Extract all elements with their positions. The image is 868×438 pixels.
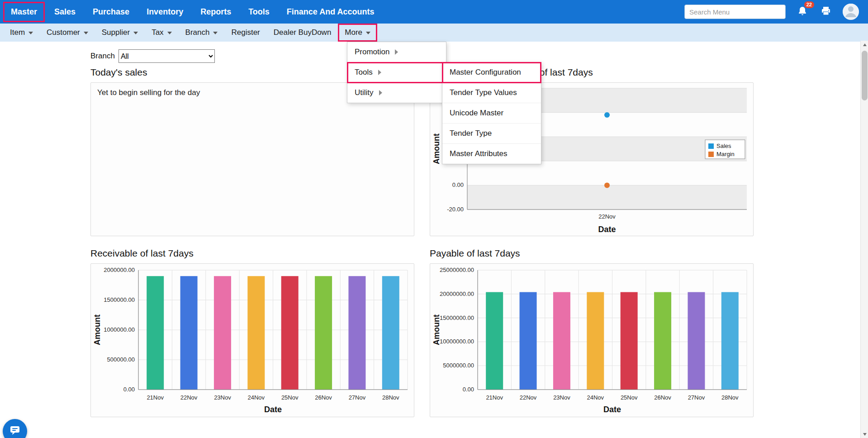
topnav-item-tools[interactable]: Tools	[242, 3, 276, 21]
submenu-arrow-icon	[379, 90, 382, 95]
submenu-arrow-icon	[378, 70, 381, 75]
notifications-button[interactable]: 22	[796, 5, 809, 19]
payable-title: Payable of last 7days	[430, 248, 754, 259]
svg-text:25Nov: 25Nov	[281, 394, 299, 401]
menu-item-label: Master Attributes	[450, 149, 508, 158]
subnav-items: ItemCustomerSupplierTaxBranchRegisterDea…	[5, 25, 376, 40]
receivable-section: Receivable of last 7days 0.00500000.0010…	[90, 245, 415, 417]
menu-item-tender-type[interactable]: Tender Type	[442, 124, 541, 144]
branch-filter: Branch All	[90, 49, 868, 63]
svg-text:Amount: Amount	[93, 314, 102, 345]
subnav-item-label: Customer	[47, 28, 80, 37]
svg-text:21Nov: 21Nov	[147, 394, 164, 401]
svg-text:500000.00: 500000.00	[107, 356, 135, 363]
menu-item-tender-type-values[interactable]: Tender Type Values	[442, 83, 541, 103]
svg-text:2000000.00: 2000000.00	[104, 267, 135, 273]
branch-label: Branch	[90, 52, 115, 61]
svg-text:22Nov: 22Nov	[180, 394, 198, 401]
scroll-up-button[interactable]	[861, 41, 868, 48]
svg-text:22Nov: 22Nov	[520, 394, 537, 401]
subnav-item-label: Branch	[185, 28, 210, 37]
today-sales-empty-message: Yet to begin selling for the day	[97, 88, 200, 97]
svg-text:23Nov: 23Nov	[553, 394, 570, 401]
subnav-item-item[interactable]: Item	[5, 25, 38, 40]
scroll-up-icon	[863, 43, 867, 46]
subnav-item-supplier[interactable]: Supplier	[96, 25, 143, 40]
svg-text:20000000.00: 20000000.00	[440, 290, 474, 297]
vertical-scrollbar	[860, 41, 868, 438]
print-button[interactable]	[819, 5, 833, 19]
svg-text:-20.00: -20.00	[447, 206, 464, 213]
menu-item-label: Unicode Master	[450, 109, 503, 118]
subnav-item-label: Item	[10, 28, 25, 37]
topnav-item-reports[interactable]: Reports	[194, 3, 237, 21]
branch-select[interactable]: All	[119, 49, 215, 63]
svg-text:15000000.00: 15000000.00	[440, 314, 474, 321]
topnav-items: MasterSalesPurchaseInventoryReportsTools…	[5, 3, 381, 21]
topnav-item-inventory[interactable]: Inventory	[140, 3, 190, 21]
subnav-item-label: Tax	[152, 28, 163, 37]
chevron-down-icon	[133, 32, 138, 34]
menu-item-unicode-master[interactable]: Unicode Master	[442, 103, 541, 124]
svg-text:0.00: 0.00	[463, 386, 474, 393]
svg-text:1000000.00: 1000000.00	[104, 326, 135, 333]
subnav-item-branch[interactable]: Branch	[180, 25, 223, 40]
topnav-item-finance-and-accounts[interactable]: Finance And Accounts	[280, 3, 381, 21]
payable-chart: 0.005000000.0010000000.0015000000.002000…	[430, 264, 754, 417]
svg-text:23Nov: 23Nov	[214, 394, 231, 401]
subnav-item-label: Supplier	[102, 28, 130, 37]
svg-text:27Nov: 27Nov	[688, 394, 705, 401]
svg-text:Sales: Sales	[716, 143, 731, 149]
menu-item-promotion[interactable]: Promotion	[347, 42, 446, 62]
subnav-item-register[interactable]: Register	[226, 25, 265, 40]
today-sales-card: Yet to begin selling for the day	[90, 82, 414, 236]
subnav-item-dealer-buydown[interactable]: Dealer BuyDown	[268, 25, 337, 40]
chevron-down-icon	[84, 32, 88, 34]
topnav-right: 22	[684, 4, 861, 20]
subnav-item-label: Dealer BuyDown	[274, 28, 332, 37]
svg-text:Amount: Amount	[432, 314, 441, 345]
svg-text:26Nov: 26Nov	[654, 394, 671, 401]
topnav-item-master[interactable]: Master	[5, 3, 43, 21]
svg-text:10000000.00: 10000000.00	[440, 338, 474, 345]
svg-text:21Nov: 21Nov	[486, 394, 503, 401]
svg-text:Amount: Amount	[432, 133, 441, 164]
svg-text:Date: Date	[603, 405, 621, 414]
topnav-item-sales[interactable]: Sales	[48, 3, 82, 21]
subnav-item-label: More	[345, 28, 362, 37]
menu-item-master-attributes[interactable]: Master Attributes	[442, 144, 541, 164]
tools-submenu: Master ConfigurationTender Type ValuesUn…	[442, 62, 541, 164]
subnav-item-more[interactable]: More	[339, 25, 376, 40]
more-menu: PromotionToolsUtility	[347, 42, 446, 103]
svg-text:25Nov: 25Nov	[621, 394, 638, 401]
menu-item-label: Master Configuration	[450, 68, 521, 77]
chevron-down-icon	[167, 32, 172, 34]
svg-text:27Nov: 27Nov	[349, 394, 366, 401]
menu-item-label: Tender Type	[450, 129, 492, 138]
svg-text:Date: Date	[264, 405, 282, 414]
notification-badge: 22	[804, 1, 814, 8]
receivable-chart: 0.00500000.001000000.001500000.002000000…	[91, 264, 415, 417]
chevron-down-icon	[28, 32, 33, 34]
scroll-down-button[interactable]	[861, 430, 868, 438]
topnav-item-purchase[interactable]: Purchase	[86, 3, 136, 21]
svg-text:24Nov: 24Nov	[587, 394, 604, 401]
svg-text:22Nov: 22Nov	[598, 213, 616, 220]
scrollbar-thumb[interactable]	[862, 51, 868, 100]
subnav-item-customer[interactable]: Customer	[41, 25, 94, 40]
menu-item-tools[interactable]: Tools	[347, 62, 446, 83]
svg-text:0.00: 0.00	[123, 386, 135, 393]
chevron-down-icon	[213, 32, 218, 34]
menu-item-utility[interactable]: Utility	[347, 83, 446, 103]
menu-item-master-configuration[interactable]: Master Configuration	[442, 62, 541, 83]
printer-icon	[821, 5, 831, 18]
search-input[interactable]	[684, 5, 786, 19]
user-avatar[interactable]	[843, 4, 859, 20]
svg-text:5000000.00: 5000000.00	[443, 362, 474, 369]
chat-widget-button[interactable]	[3, 419, 27, 438]
subnav-item-tax[interactable]: Tax	[146, 25, 177, 40]
receivable-title: Receivable of last 7days	[90, 248, 415, 259]
person-icon	[843, 4, 859, 20]
top-navbar: MasterSalesPurchaseInventoryReportsTools…	[0, 0, 868, 24]
svg-text:Margin: Margin	[716, 151, 735, 157]
